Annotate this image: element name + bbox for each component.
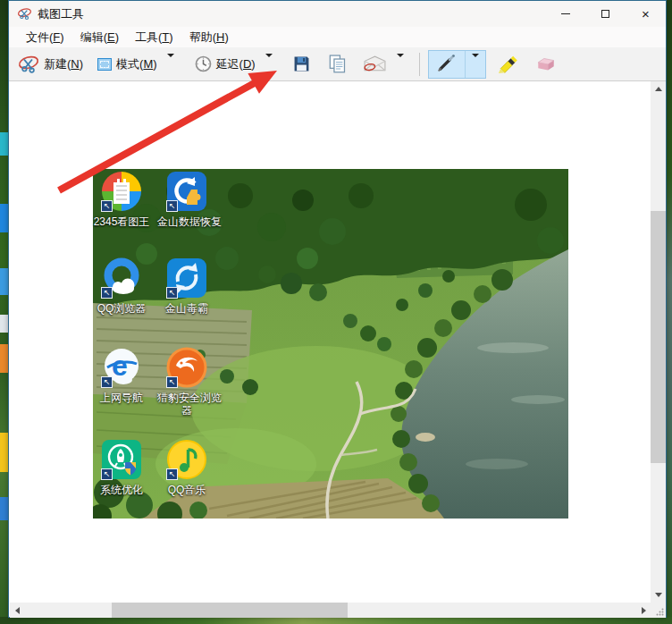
chevron-down-icon [397,54,404,71]
copy-button[interactable] [325,52,349,76]
close-button[interactable]: × [626,1,666,27]
icon-label: 金山毒霸 [157,302,216,315]
desktop-icon-fragment [0,433,8,472]
scroll-right-button[interactable] [636,603,651,618]
delay-clock-icon [195,55,212,72]
maximize-icon [601,10,609,18]
screen: { "window": { "title": "截图工具", "controls… [0,0,672,624]
chevron-left-icon [15,607,20,614]
desktop-icon-fragment [0,315,8,333]
shortcut-arrow-icon: ↖ [166,468,178,480]
snipping-tool-window: 截图工具 × 文件(F) 编辑(E) 工具(T) 帮助(H) 新建(N) 模式(… [8,0,667,618]
chevron-up-icon [655,87,662,91]
desktop-icon-fragment [0,344,8,373]
scroll-left-button[interactable] [10,603,25,618]
window-title: 截图工具 [38,6,84,22]
desktop-icon-cheetah-browser: ↖ 猎豹安全浏览 器 [157,346,216,417]
pen-icon [436,52,458,73]
menu-tools[interactable]: 工具(T) [127,28,181,47]
minimize-icon [561,13,570,14]
shortcut-arrow-icon: ↖ [101,376,113,388]
captured-screenshot: ↖ 2345看图王 ↖ 金山数据恢复 [93,169,568,519]
menubar: 文件(F) 编辑(E) 工具(T) 帮助(H) [9,27,666,47]
resize-grip-icon[interactable] [656,608,664,616]
toolbar: 新建(N) 模式(M) 延迟(D) [9,47,666,81]
copy-icon [329,55,346,73]
email-icon [363,55,387,72]
qq-browser-icon: ↖ [100,257,143,299]
desktop-icon-fragment [0,268,8,295]
system-optimizer-icon: ↖ [100,438,143,481]
horizontal-scroll-thumb[interactable] [112,603,348,618]
vertical-scrollbar[interactable] [651,81,666,603]
shortcut-arrow-icon: ↖ [101,468,113,480]
shortcut-arrow-icon: ↖ [101,200,113,212]
chevron-down-icon [472,54,479,71]
shortcut-arrow-icon: ↖ [166,287,178,299]
desktop-icon-kingsoft-antivirus: ↖ 金山毒霸 [157,257,216,315]
menu-edit[interactable]: 编辑(E) [72,28,127,47]
scroll-up-button[interactable] [651,81,666,97]
icon-label: 金山数据恢复 [157,215,216,228]
icon-label: 上网导航 [92,392,151,404]
mode-selection-icon [97,58,112,71]
chevron-down-icon [655,593,662,597]
pen-button[interactable] [429,49,465,79]
maximize-button[interactable] [585,1,626,27]
app-scissors-icon [17,7,32,21]
highlighter-button[interactable] [492,50,524,78]
2345viewer-icon: ↖ [100,170,143,213]
eraser-button[interactable] [532,54,560,75]
pen-tool-selected [428,50,486,79]
titlebar[interactable]: 截图工具 × [9,1,666,27]
new-snip-button[interactable]: 新建(N) [18,55,83,73]
chevron-down-icon [167,54,174,71]
desktop-icon-system-optimizer: ↖ 系统优化 [92,438,151,496]
minimize-button[interactable] [545,1,585,27]
kingsoft-antivirus-icon: ↖ [165,257,208,299]
menu-help[interactable]: 帮助(H) [181,28,237,47]
icon-label-line2: 器 [157,404,216,417]
close-icon: × [642,7,650,21]
mode-button[interactable]: 模式(M) [97,56,157,72]
mode-dropdown-button[interactable] [164,54,177,74]
vertical-scroll-thumb[interactable] [651,211,666,463]
snip-canvas[interactable]: ↖ 2345看图王 ↖ 金山数据恢复 [10,81,651,603]
scroll-down-button[interactable] [651,587,666,603]
email-button[interactable] [359,53,391,75]
scrollbar-corner [651,603,666,618]
nav-site-icon: e ↖ [100,346,143,389]
window-controls: × [545,1,666,27]
icon-label: QQ音乐 [157,484,216,496]
delay-button[interactable]: 延迟(D) [195,55,256,72]
icon-label: 猎豹安全浏览 [157,392,216,404]
desktop-icon-nav-site: e ↖ 上网导航 [92,346,151,404]
horizontal-scrollbar[interactable] [10,603,651,618]
shortcut-arrow-icon: ↖ [166,376,178,388]
icon-label: 2345看图王 [92,215,151,228]
toolbar-separator [419,53,420,76]
shortcut-arrow-icon: ↖ [166,200,178,212]
menu-file[interactable]: 文件(F) [18,28,72,47]
save-floppy-icon [293,55,310,72]
desktop-icon-data-recovery: ↖ 金山数据恢复 [157,170,216,228]
icon-label: QQ浏览器 [92,302,151,315]
eraser-icon [535,56,557,72]
svg-text:e: e [112,350,128,382]
delay-dropdown-button[interactable] [263,54,275,74]
email-dropdown-button[interactable] [394,54,407,74]
desktop-edge-bottom [0,617,672,624]
pen-dropdown-button[interactable] [466,55,485,73]
chevron-down-icon [265,54,273,71]
shortcut-arrow-icon: ↖ [101,287,113,299]
save-button[interactable] [290,53,314,75]
desktop-icon-2345viewer: ↖ 2345看图王 [92,170,151,228]
desktop-icon-qq-music: ↖ QQ音乐 [157,438,216,496]
desktop-icon-fragment [0,497,8,520]
chevron-right-icon [642,607,646,614]
icon-label: 系统优化 [92,484,151,496]
desktop-icon-fragment [0,132,8,156]
desktop-icon-fragment [0,204,8,232]
cheetah-browser-icon: ↖ [165,346,208,389]
data-recovery-icon: ↖ [165,170,208,213]
